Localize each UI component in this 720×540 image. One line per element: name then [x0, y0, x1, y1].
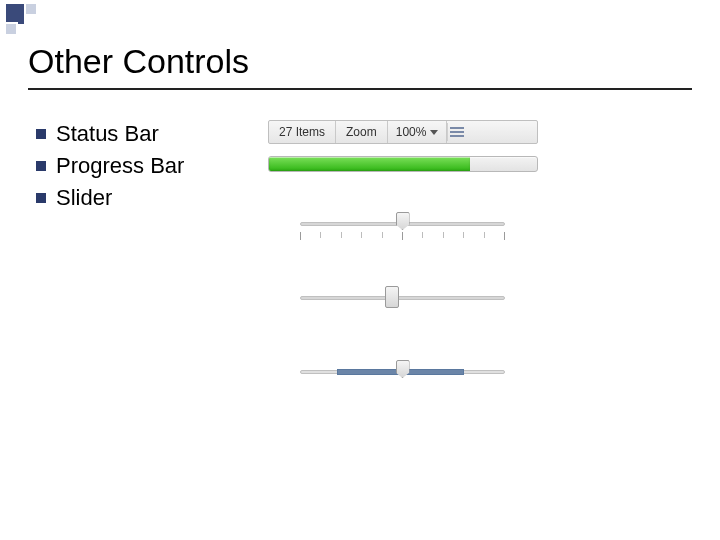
bullet-text: Progress Bar	[56, 150, 184, 182]
bullet-item: Status Bar	[36, 118, 184, 150]
bullet-text: Status Bar	[56, 118, 159, 150]
bullet-item: Slider	[36, 182, 184, 214]
slider-range[interactable]	[300, 354, 505, 394]
bullet-marker-icon	[36, 193, 46, 203]
slider-thumb[interactable]	[385, 286, 399, 308]
bullet-marker-icon	[36, 129, 46, 139]
title-rule	[28, 88, 692, 90]
status-items-count: 27 Items	[269, 121, 336, 143]
zoom-value: 100%	[396, 125, 427, 139]
slider-plain[interactable]	[300, 280, 505, 320]
bullet-item: Progress Bar	[36, 150, 184, 182]
slider-thumb[interactable]	[396, 212, 410, 230]
slider-thumb[interactable]	[396, 360, 410, 378]
status-zoom-label: Zoom	[336, 121, 388, 143]
bullet-list: Status Bar Progress Bar Slider	[36, 118, 184, 214]
bullet-marker-icon	[36, 161, 46, 171]
zoom-dropdown[interactable]: 100%	[388, 121, 448, 143]
slider-track	[300, 296, 505, 300]
status-bar: 27 Items Zoom 100%	[268, 120, 538, 144]
slider-tick-marks	[300, 232, 505, 240]
progress-fill	[269, 157, 470, 171]
progress-bar	[268, 156, 538, 172]
slide-title: Other Controls	[28, 42, 249, 81]
slider-ticks[interactable]	[300, 206, 505, 246]
bullet-text: Slider	[56, 182, 112, 214]
chevron-down-icon	[430, 130, 438, 135]
list-view-icon[interactable]	[448, 121, 466, 143]
